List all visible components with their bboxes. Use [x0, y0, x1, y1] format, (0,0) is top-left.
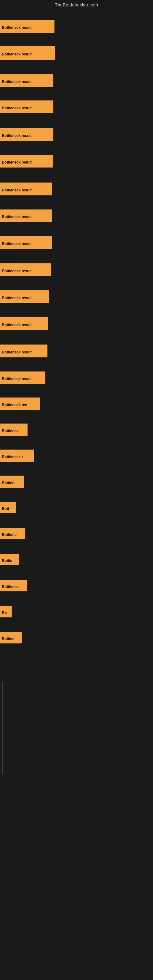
- bottleneck-result-item[interactable]: Bottleneck result: [0, 345, 48, 357]
- bottleneck-result-item[interactable]: Bottleneck result: [0, 210, 52, 222]
- bottleneck-result-item[interactable]: Bottleneck result: [0, 183, 52, 196]
- bottleneck-result-item[interactable]: Bottle: [0, 554, 19, 565]
- bottleneck-result-item[interactable]: Bottleneck result: [0, 371, 45, 384]
- bottleneck-result-item[interactable]: Bottleneck result: [0, 128, 53, 141]
- bottleneck-result-item[interactable]: Bottlen: [0, 632, 22, 643]
- bottleneck-result-item[interactable]: Bottleneck result: [0, 100, 53, 113]
- bottleneck-result-item[interactable]: Bottlene: [0, 528, 25, 539]
- vertical-line: [2, 682, 3, 774]
- bottleneck-result-item[interactable]: Bottleneck result: [0, 155, 53, 167]
- bottleneck-result-item[interactable]: Bottleneck result: [0, 317, 48, 330]
- bottleneck-result-item[interactable]: Bottleneck result: [0, 20, 54, 33]
- bottleneck-result-item[interactable]: Bottlenec: [0, 580, 27, 591]
- bottleneck-result-item[interactable]: Bottleneck result: [0, 236, 52, 249]
- bottleneck-result-item[interactable]: Bottleneck result: [0, 46, 55, 60]
- bottleneck-result-item[interactable]: Bo: [0, 606, 12, 617]
- bottleneck-result-item[interactable]: Bottleneck r: [0, 450, 33, 462]
- bottleneck-result-item[interactable]: Bottleneck result: [0, 290, 49, 303]
- bottleneck-result-item[interactable]: Bottlenec: [0, 423, 27, 436]
- site-title: TheBottlenecker.com: [0, 0, 153, 9]
- bottleneck-result-item[interactable]: Bottleneck res: [0, 398, 40, 410]
- bottleneck-result-item[interactable]: Bottlen: [0, 476, 24, 488]
- bottleneck-result-item[interactable]: Bottleneck result: [0, 263, 51, 276]
- bottleneck-result-item[interactable]: Bott: [0, 502, 16, 513]
- bottleneck-result-item[interactable]: Bottleneck result: [0, 74, 53, 87]
